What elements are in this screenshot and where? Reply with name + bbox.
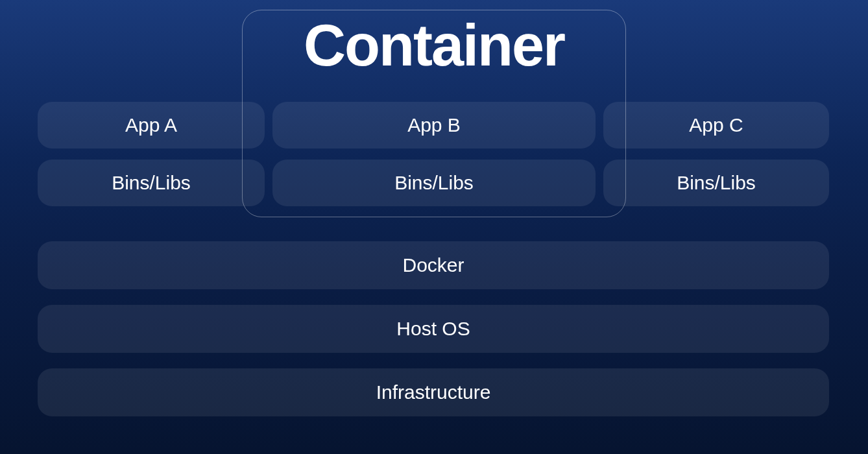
bins-box-a: Bins/Libs xyxy=(38,160,265,206)
bins-label-a: Bins/Libs xyxy=(112,172,191,194)
bins-label-b: Bins/Libs xyxy=(394,172,474,194)
app-box-c: App C xyxy=(603,102,829,149)
app-label-a: App A xyxy=(125,114,177,136)
bins-box-c: Bins/Libs xyxy=(603,160,829,206)
app-label-c: App C xyxy=(689,114,743,136)
layer-infrastructure: Infrastructure xyxy=(38,368,829,416)
diagram-title: Container xyxy=(304,12,564,79)
layer-host-os: Host OS xyxy=(38,305,829,353)
layer-host-os-label: Host OS xyxy=(396,318,470,340)
app-box-a: App A xyxy=(38,102,265,149)
layer-infrastructure-label: Infrastructure xyxy=(376,381,491,403)
bins-label-c: Bins/Libs xyxy=(677,172,756,194)
bins-box-b: Bins/Libs xyxy=(272,160,596,206)
layer-docker: Docker xyxy=(38,241,829,289)
layer-docker-label: Docker xyxy=(402,254,464,276)
container-architecture-diagram: Container App A App B App C Bins/Libs Bi… xyxy=(0,0,868,454)
app-label-b: App B xyxy=(407,114,461,136)
app-box-b: App B xyxy=(272,102,596,149)
diagram-title-text: Container xyxy=(304,13,564,78)
